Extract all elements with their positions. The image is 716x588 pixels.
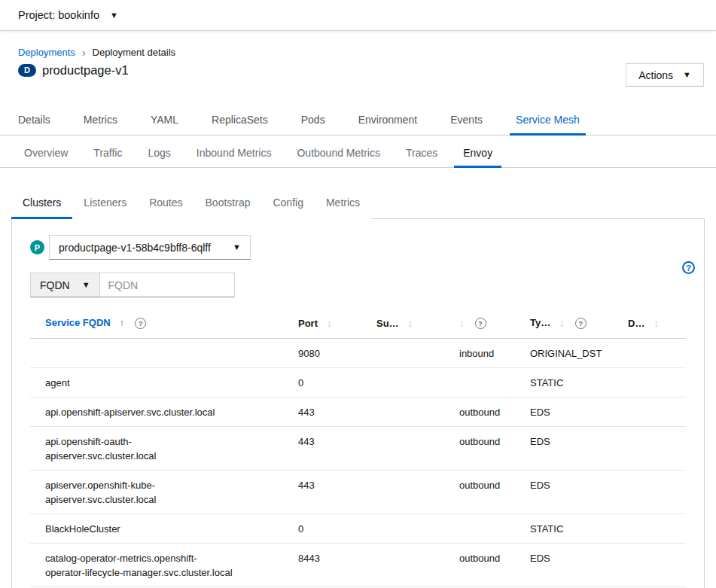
cell-direction: inbound bbox=[444, 339, 515, 368]
cell-port: 443 bbox=[283, 427, 361, 471]
column-label-service-fqdn: Service FQDN bbox=[45, 317, 111, 328]
filter-type-value: FQDN bbox=[40, 279, 70, 291]
project-bar: Project: bookinfo ▼ bbox=[0, 0, 716, 31]
sort-icon: ↕ bbox=[408, 318, 413, 329]
table-row: agent0STATIC bbox=[30, 368, 686, 398]
fqdn-filter-input[interactable] bbox=[100, 273, 235, 297]
column-help-icon-type[interactable]: ? bbox=[575, 318, 587, 329]
cell-subset bbox=[361, 398, 444, 427]
tab-logs[interactable]: Logs bbox=[139, 141, 179, 168]
tab-pods[interactable]: Pods bbox=[295, 108, 331, 136]
project-selector[interactable]: Project: bookinfo ▼ bbox=[18, 9, 118, 21]
cell-destination-rule bbox=[613, 544, 686, 587]
tab-service-mesh[interactable]: Service Mesh bbox=[510, 108, 586, 136]
column-label-port: Port bbox=[298, 318, 318, 329]
cell-service-fqdn bbox=[30, 339, 283, 368]
cell-port: 0 bbox=[283, 514, 361, 544]
tab-listeners[interactable]: Listeners bbox=[72, 189, 138, 219]
cell-subset bbox=[361, 368, 444, 398]
tab-traffic[interactable]: Traffic bbox=[84, 141, 131, 168]
tab-metrics[interactable]: Metrics bbox=[78, 108, 123, 136]
pod-selector[interactable]: productpage-v1-58b4c9bff8-6qlff ▼ bbox=[49, 235, 251, 260]
cell-port: 0 bbox=[283, 368, 361, 398]
tab-inbound-metrics[interactable]: Inbound Metrics bbox=[187, 141, 281, 168]
tab-outbound-metrics[interactable]: Outbound Metrics bbox=[288, 141, 389, 168]
cell-port: 9080 bbox=[283, 339, 361, 368]
tab-clusters[interactable]: Clusters bbox=[11, 189, 72, 219]
column-sort-button-subset[interactable]: Su…↕ bbox=[376, 318, 413, 329]
cell-destination-rule bbox=[613, 471, 686, 514]
main-tabs: DetailsMetricsYAMLReplicaSetsPodsEnviron… bbox=[0, 108, 716, 136]
cell-subset bbox=[361, 544, 444, 587]
page-title: productpage-v1 bbox=[42, 63, 129, 78]
cell-destination-rule bbox=[613, 427, 686, 471]
tab-replicasets[interactable]: ReplicaSets bbox=[206, 108, 274, 136]
column-sort-button-type[interactable]: Ty…↕ bbox=[530, 317, 565, 328]
pod-badge: P bbox=[30, 240, 44, 254]
tab-traces[interactable]: Traces bbox=[397, 141, 446, 168]
cell-direction bbox=[444, 514, 515, 544]
cell-type: EDS bbox=[515, 427, 613, 471]
column-header-service-fqdn: Service FQDN↑? bbox=[30, 308, 283, 339]
filter-row: FQDN ▼ bbox=[30, 273, 686, 297]
pod-selector-value: productpage-v1-58b4c9bff8-6qlff bbox=[59, 242, 211, 254]
table-row: catalog-operator-metrics.openshift-opera… bbox=[30, 544, 686, 587]
envoy-tabs: ClustersListenersRoutesBootstrapConfigMe… bbox=[11, 189, 371, 219]
cell-direction: outbound bbox=[444, 544, 515, 587]
filter-type-select[interactable]: FQDN ▼ bbox=[30, 273, 100, 297]
cell-service-fqdn: api.openshift-apiserver.svc.cluster.loca… bbox=[30, 398, 283, 427]
title-row: D productpage-v1 bbox=[18, 63, 698, 78]
actions-button[interactable]: Actions ▼ bbox=[626, 63, 704, 87]
cell-direction: outbound bbox=[444, 427, 515, 471]
cell-subset bbox=[361, 471, 444, 514]
sort-ascending-icon: ↑ bbox=[120, 317, 125, 328]
breadcrumb: Deployments › Deployment details bbox=[18, 47, 698, 58]
cell-type: EDS bbox=[515, 544, 613, 587]
tab-yaml[interactable]: YAML bbox=[145, 108, 184, 136]
table-row: BlackHoleCluster0STATIC bbox=[30, 514, 686, 544]
cell-direction: outbound bbox=[444, 471, 515, 514]
breadcrumb-link-deployments[interactable]: Deployments bbox=[18, 47, 75, 58]
cell-destination-rule bbox=[613, 368, 686, 398]
cell-type: STATIC bbox=[515, 514, 613, 544]
help-icon[interactable]: ? bbox=[682, 261, 695, 274]
tab-envoy[interactable]: Envoy bbox=[454, 141, 501, 168]
sort-icon: ↕ bbox=[559, 317, 565, 328]
breadcrumb-current: Deployment details bbox=[93, 47, 176, 58]
tab-bootstrap[interactable]: Bootstrap bbox=[194, 189, 262, 219]
cell-service-fqdn: BlackHoleCluster bbox=[30, 514, 283, 544]
cell-service-fqdn: agent bbox=[30, 368, 283, 398]
page-header: Deployments › Deployment details D produ… bbox=[0, 31, 716, 78]
cell-service-fqdn: apiserver.openshift-kube-apiserver.svc.c… bbox=[30, 471, 283, 514]
tabs-filler bbox=[371, 189, 705, 219]
tab-metrics[interactable]: Metrics bbox=[315, 189, 371, 219]
column-help-icon-direction[interactable]: ? bbox=[475, 318, 486, 329]
column-help-icon-service-fqdn[interactable]: ? bbox=[135, 318, 146, 329]
cell-service-fqdn: api.openshift-oauth-apiserver.svc.cluste… bbox=[30, 427, 283, 471]
column-sort-button-port[interactable]: Port↕ bbox=[298, 318, 332, 329]
tab-routes[interactable]: Routes bbox=[138, 189, 193, 219]
actions-button-label: Actions bbox=[638, 69, 673, 81]
caret-down-icon: ▼ bbox=[233, 243, 241, 251]
column-header-type: Ty…↕? bbox=[515, 308, 613, 339]
table-header-row: Service FQDN↑?Port↕Su…↕↕?Ty…↕?D…↕ bbox=[30, 308, 686, 339]
deployment-badge: D bbox=[18, 64, 36, 77]
tab-environment[interactable]: Environment bbox=[352, 108, 424, 136]
column-sort-button-direction[interactable]: ↕ bbox=[459, 317, 465, 328]
cell-port: 443 bbox=[283, 398, 361, 427]
tab-config[interactable]: Config bbox=[261, 189, 314, 219]
table-row: apiserver.openshift-kube-apiserver.svc.c… bbox=[30, 471, 686, 514]
table-row: 9080inboundORIGINAL_DST bbox=[30, 339, 686, 368]
column-label-destination-rule: D… bbox=[628, 318, 644, 329]
column-label-type: Ty… bbox=[530, 317, 550, 328]
column-sort-button-destination-rule[interactable]: D…↕ bbox=[628, 318, 659, 329]
breadcrumb-separator-icon: › bbox=[82, 47, 86, 58]
cell-destination-rule bbox=[613, 514, 686, 544]
tab-details[interactable]: Details bbox=[12, 108, 56, 136]
tab-events[interactable]: Events bbox=[444, 108, 489, 136]
cell-port: 8443 bbox=[283, 544, 361, 587]
tab-overview[interactable]: Overview bbox=[15, 141, 77, 168]
table-row: api.openshift-apiserver.svc.cluster.loca… bbox=[30, 398, 686, 427]
clusters-table: Service FQDN↑?Port↕Su…↕↕?Ty…↕?D…↕ 9080in… bbox=[30, 308, 686, 587]
column-sort-button-service-fqdn[interactable]: Service FQDN↑ bbox=[45, 317, 124, 328]
